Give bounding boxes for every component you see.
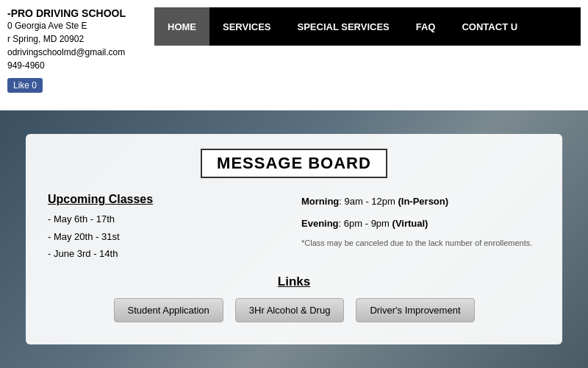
board-right: Morning: 9am - 12pm (In-Person) Evening:… (301, 193, 540, 262)
student-application-button[interactable]: Student Application (114, 298, 223, 322)
class-date-2: - May 20th - 31st (48, 228, 287, 245)
morning-schedule: Morning: 9am - 12pm (In-Person) (301, 193, 540, 210)
message-board-heading: MESSAGE BOARD (201, 149, 387, 178)
board-content: Upcoming Classes - May 6th - 17th - May … (48, 193, 540, 262)
phone: 949-4960 (7, 59, 154, 72)
school-name: -PRO DRIVING SCHOOL (7, 7, 154, 19)
evening-label: Evening (301, 218, 339, 229)
board-left: Upcoming Classes - May 6th - 17th - May … (48, 193, 287, 262)
logo-area: -PRO DRIVING SCHOOL 0 Georgia Ave Ste E … (7, 7, 154, 93)
nav-services[interactable]: SERVICES (209, 7, 284, 46)
cancellation-note: *Class may be canceled due to the lack n… (301, 236, 540, 251)
address-line1: 0 Georgia Ave Ste E (7, 19, 154, 32)
nav-contact[interactable]: CONTACT U (448, 7, 531, 46)
address-line2: r Spring, MD 20902 (7, 32, 154, 46)
nav-special-services[interactable]: SPECIAL SERVICES (284, 7, 403, 46)
upcoming-classes-title: Upcoming Classes (48, 193, 287, 206)
evening-schedule: Evening: 6pm - 9pm (Virtual) (301, 215, 540, 232)
header: -PRO DRIVING SCHOOL 0 Georgia Ave Ste E … (0, 0, 588, 110)
nav-home[interactable]: HOME (154, 7, 209, 46)
class-date-1: - May 6th - 17th (48, 210, 287, 227)
nav-faq[interactable]: FAQ (403, 7, 449, 46)
class-date-3: - June 3rd - 14th (48, 245, 287, 262)
email: odrivingschoolmd@gmail.com (7, 46, 154, 59)
background-area: MESSAGE BOARD Upcoming Classes - May 6th… (0, 110, 588, 368)
links-section: Links Student Application 3Hr Alcohol & … (48, 275, 540, 322)
morning-type: (In-Person) (398, 196, 448, 207)
alcohol-drug-button[interactable]: 3Hr Alcohol & Drug (235, 298, 345, 322)
upcoming-list: - May 6th - 17th - May 20th - 31st - Jun… (48, 210, 287, 262)
message-board: MESSAGE BOARD Upcoming Classes - May 6th… (26, 134, 562, 344)
links-title: Links (48, 275, 540, 289)
drivers-improvement-button[interactable]: Driver's Improvement (356, 298, 474, 322)
morning-label: Morning (301, 196, 339, 207)
evening-time: : 6pm - 9pm (339, 218, 392, 229)
morning-time: : 9am - 12pm (339, 196, 398, 207)
main-nav: HOME SERVICES SPECIAL SERVICES FAQ CONTA… (154, 7, 581, 46)
like-button[interactable]: Like 0 (7, 78, 43, 93)
message-board-title: MESSAGE BOARD (48, 149, 540, 178)
evening-type: (Virtual) (392, 218, 429, 229)
links-buttons: Student Application 3Hr Alcohol & Drug D… (48, 298, 540, 322)
